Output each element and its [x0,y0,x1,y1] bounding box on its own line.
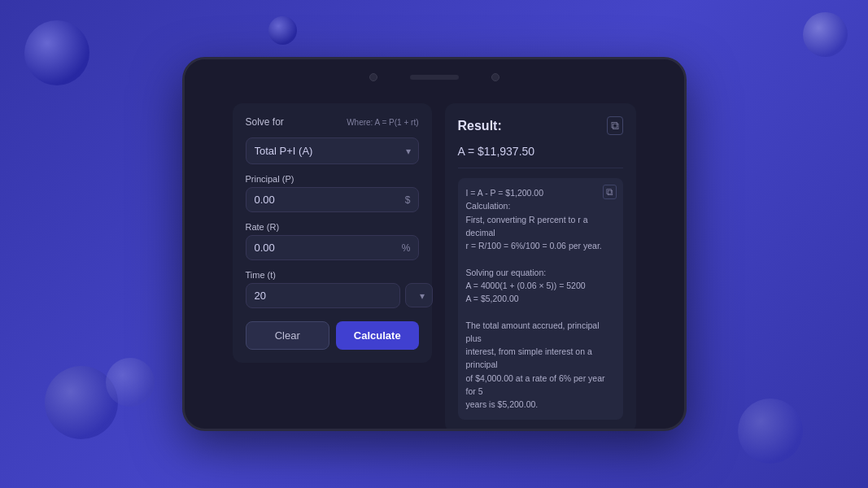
action-buttons-row: Clear Calculate [246,321,419,350]
rate-label: Rate (R) [246,222,419,232]
principal-suffix: $ [405,194,411,206]
result-header: Result: ⧉ [458,116,623,135]
solve-select-wrapper[interactable]: Total P+I (A) Principal (P) Rate (R) Tim… [246,137,419,164]
time-unit-select[interactable]: Years Months Days [405,283,433,307]
tablet-top-bar [185,59,684,95]
tablet-device: Solve for Where: A = P(1 + rt) Total P+I… [182,57,687,431]
solve-for-label: Solve for [246,116,284,128]
sphere-5 [106,358,155,407]
sphere-3 [803,12,848,57]
rate-field-group: Rate (R) % [246,222,419,260]
solve-select[interactable]: Total P+I (A) Principal (P) Rate (R) Tim… [246,137,419,164]
time-field-group: Time (t) Years Months Days ▾ [246,270,419,308]
result-title: Result: [458,119,502,133]
time-unit-select-wrapper[interactable]: Years Months Days ▾ [405,283,433,308]
principal-field-group: Principal (P) $ [246,174,419,212]
sphere-2 [268,16,297,45]
principal-input-wrapper: $ [246,187,419,212]
time-input-wrapper: Years Months Days ▾ [246,283,419,308]
tablet-sensor [491,73,499,81]
formula-label: Where: A = P(1 + rt) [347,118,418,127]
calculate-button[interactable]: Calculate [336,321,419,350]
result-value: A = $11,937.50 [458,145,623,158]
tablet-speaker [410,75,459,80]
time-label: Time (t) [246,270,419,280]
principal-input[interactable] [246,187,419,212]
rate-input[interactable] [246,235,419,260]
copy-result-icon[interactable]: ⧉ [607,116,623,135]
sphere-6 [738,399,803,464]
clear-button[interactable]: Clear [246,321,330,350]
rate-suffix: % [402,242,411,254]
tablet-camera [369,73,377,81]
result-panel: Result: ⧉ A = $11,937.50 ⧉ I = A - P = $… [445,103,636,431]
time-input[interactable] [246,283,400,308]
rate-input-wrapper: % [246,235,419,260]
result-detail-card: ⧉ I = A - P = $1,200.00 Calculation: Fir… [458,178,623,420]
result-divider [458,168,623,168]
tablet-content: Solve for Where: A = P(1 + rt) Total P+I… [185,95,684,431]
result-detail-text: I = A - P = $1,200.00 Calculation: First… [466,186,615,412]
principal-label: Principal (P) [246,174,419,184]
solve-for-header: Solve for Where: A = P(1 + rt) [246,116,419,128]
copy-detail-icon[interactable]: ⧉ [603,185,617,199]
calculator-panel: Solve for Where: A = P(1 + rt) Total P+I… [233,103,432,363]
sphere-1 [24,20,89,85]
